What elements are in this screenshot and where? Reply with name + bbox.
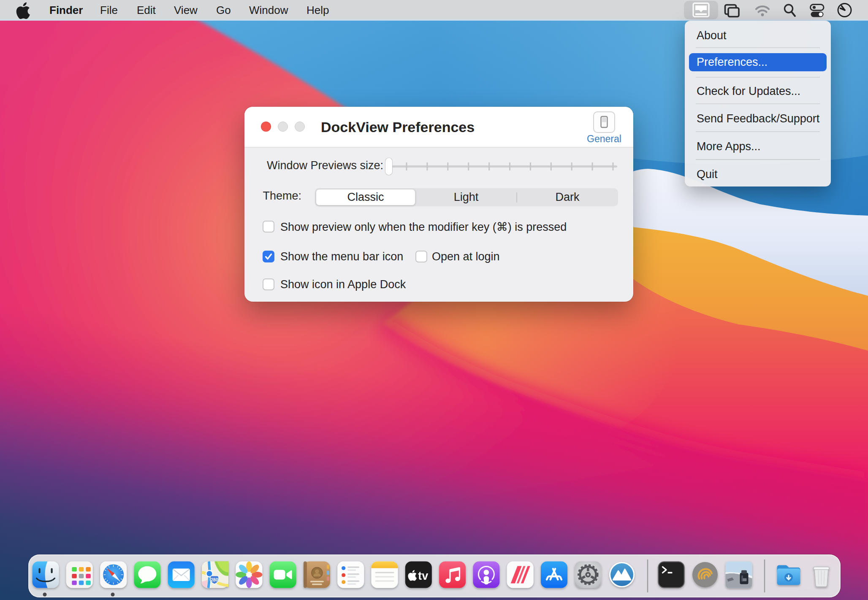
- svg-text:tv: tv: [418, 570, 428, 582]
- svg-text:280: 280: [211, 577, 218, 582]
